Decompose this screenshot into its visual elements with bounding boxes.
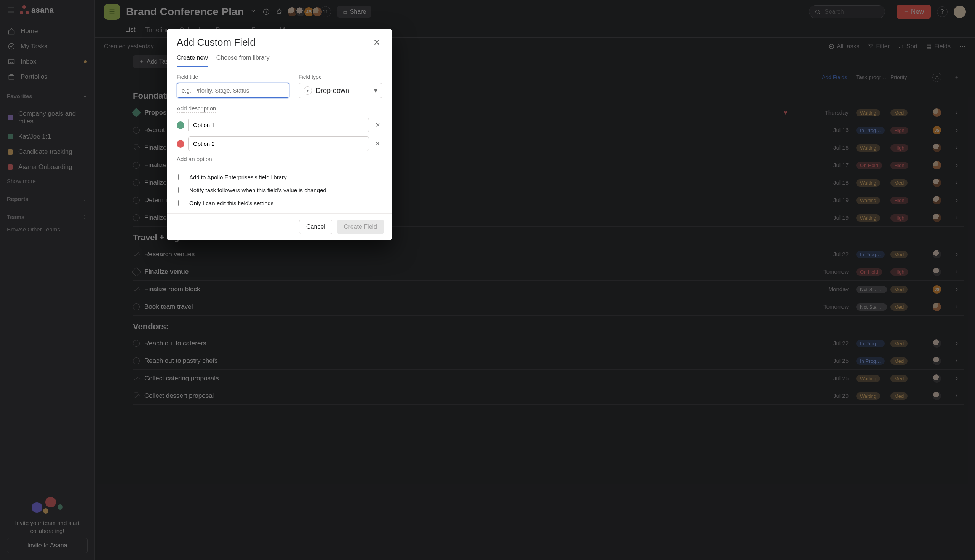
field-option-row: ✕ bbox=[177, 136, 382, 151]
check-only-i-box[interactable] bbox=[178, 200, 184, 206]
option-remove-button[interactable]: ✕ bbox=[373, 121, 382, 129]
modal-title: Add Custom Field bbox=[177, 37, 255, 48]
check-only-i-label: Only I can edit this field's settings bbox=[189, 200, 274, 206]
chevron-down-icon: ▾ bbox=[374, 87, 377, 95]
field-type-label: Field type bbox=[299, 74, 382, 80]
field-type-dropdown[interactable]: ▾ Drop-down ▾ bbox=[299, 83, 382, 98]
add-option-link[interactable]: Add an option bbox=[177, 156, 212, 163]
option-name-input[interactable] bbox=[188, 118, 369, 132]
field-title-label: Field title bbox=[177, 74, 289, 80]
check-only-i-edit[interactable]: Only I can edit this field's settings bbox=[177, 199, 382, 207]
check-notify-followers[interactable]: Notify task followers when this field's … bbox=[177, 186, 382, 194]
tab-create-new[interactable]: Create new bbox=[177, 55, 208, 67]
option-remove-button[interactable]: ✕ bbox=[373, 140, 382, 148]
create-field-button[interactable]: Create Field bbox=[337, 220, 384, 234]
add-custom-field-modal: Add Custom Field ✕ Create new Choose fro… bbox=[167, 29, 392, 240]
add-description-link[interactable]: Add description bbox=[177, 105, 216, 113]
option-color-swatch[interactable] bbox=[177, 140, 184, 148]
check-add-to-library[interactable]: Add to Apollo Enterprises's field librar… bbox=[177, 173, 382, 181]
field-option-row: ✕ bbox=[177, 118, 382, 132]
field-type-value: Drop-down bbox=[316, 87, 349, 95]
check-add-to-library-box[interactable] bbox=[178, 174, 184, 180]
dropdown-type-icon: ▾ bbox=[304, 87, 312, 95]
modal-close-button[interactable]: ✕ bbox=[371, 37, 382, 48]
modal-backdrop[interactable] bbox=[0, 0, 975, 560]
check-notify-label: Notify task followers when this field's … bbox=[189, 187, 326, 193]
field-title-input[interactable] bbox=[177, 83, 289, 98]
option-name-input[interactable] bbox=[188, 136, 369, 151]
option-color-swatch[interactable] bbox=[177, 122, 184, 129]
check-add-to-library-label: Add to Apollo Enterprises's field librar… bbox=[189, 174, 287, 180]
tab-choose-library[interactable]: Choose from library bbox=[216, 55, 270, 67]
cancel-button[interactable]: Cancel bbox=[299, 220, 332, 234]
check-notify-box[interactable] bbox=[178, 187, 184, 193]
